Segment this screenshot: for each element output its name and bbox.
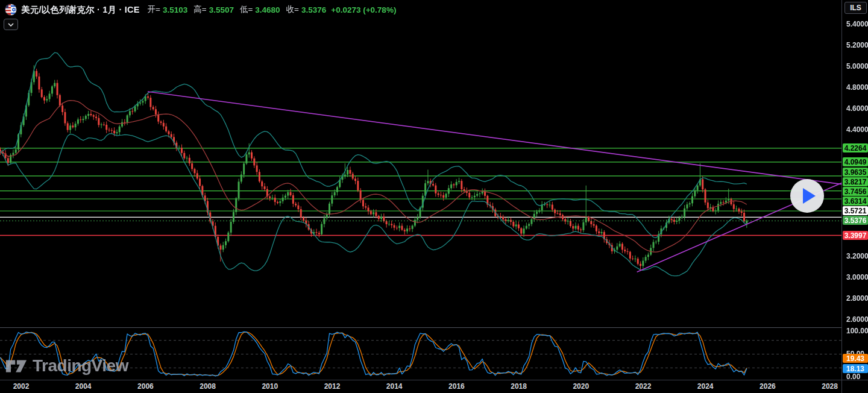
- time-axis-year-label: 2010: [262, 382, 278, 391]
- time-axis-year-label: 2028: [822, 382, 838, 391]
- price-level-label: 3.8217: [843, 177, 868, 186]
- play-icon: [803, 188, 816, 204]
- high-value: 3.5507: [209, 5, 234, 14]
- symbol-header: 美元/以色列谢克尔 · 1月 · ICE 开=3.5103 高=3.5507 低…: [5, 4, 396, 16]
- stochastic-k-label: 18.13: [843, 364, 868, 373]
- tradingview-chart-window: 美元/以色列谢克尔 · 1月 · ICE 开=3.5103 高=3.5507 低…: [0, 0, 868, 393]
- close-label: 收=: [286, 4, 299, 15]
- time-axis-year-label: 2004: [75, 382, 92, 391]
- time-axis-year-label: 2002: [13, 382, 30, 391]
- price-tick-label: 5.2000: [846, 41, 868, 49]
- low-label: 低=: [240, 4, 253, 15]
- high-label: 高=: [193, 4, 206, 15]
- price-level-label: 3.9635: [843, 168, 868, 177]
- price-tick-label: 3.2000: [846, 252, 868, 260]
- symbol-flag-icon: [5, 4, 17, 16]
- open-label: 开=: [148, 4, 160, 15]
- price-level-label: 3.6314: [843, 196, 868, 206]
- oscillator-tick-label: 100.00: [846, 327, 868, 335]
- price-tick-label: 5.4000: [846, 20, 868, 28]
- ohlc-readout: 开=3.5103 高=3.5507 低=3.4680 收=3.5376 +0.0…: [148, 4, 397, 15]
- price-tick-label: 4.8000: [846, 83, 868, 92]
- time-axis-year-label: 2012: [324, 382, 341, 391]
- price-level-label: 3.7456: [843, 187, 868, 196]
- time-axis-year-label: 2008: [200, 382, 216, 391]
- price-tick-label: 2.6000: [846, 315, 868, 324]
- change-value: +0.0273 (+0.78%): [331, 5, 396, 14]
- price-tick-label: 4.4000: [846, 125, 868, 134]
- time-axis-year-label: 2016: [448, 382, 465, 391]
- time-axis-year-label: 2024: [697, 382, 714, 391]
- price-axis[interactable]: 5.40005.20005.00004.80004.60004.40003.20…: [842, 0, 868, 380]
- oscillator-tick-label: 0.00: [846, 373, 860, 381]
- open-value: 3.5103: [163, 5, 187, 14]
- price-chart-canvas[interactable]: [0, 0, 841, 380]
- time-axis[interactable]: 2002200420062008201020122014201620182020…: [0, 380, 841, 393]
- time-axis-year-label: 2014: [386, 382, 403, 391]
- price-level-label: 3.3997: [843, 231, 868, 240]
- close-value: 3.5376: [301, 5, 326, 14]
- price-tick-label: 3.0000: [846, 273, 868, 281]
- time-axis-year-label: 2020: [573, 382, 589, 391]
- price-level-label: 3.5721: [843, 206, 868, 215]
- price-tick-label: 5.0000: [846, 62, 868, 71]
- stochastic-d-label: 19.43: [843, 354, 868, 363]
- symbol-title[interactable]: 美元/以色列谢克尔 · 1月 · ICE: [21, 4, 140, 16]
- time-axis-year-label: 2022: [635, 382, 652, 391]
- pane-separator[interactable]: [0, 327, 868, 328]
- time-axis-year-label: 2026: [760, 382, 776, 391]
- replay-play-button[interactable]: [790, 179, 824, 213]
- last-price-label: 3.5376: [843, 216, 868, 225]
- low-value: 3.4680: [255, 5, 280, 14]
- price-level-label: 4.2264: [843, 143, 868, 152]
- price-tick-label: 2.8000: [846, 294, 868, 303]
- price-tick-label: 4.6000: [846, 104, 868, 113]
- time-axis-year-label: 2018: [511, 382, 527, 391]
- collapse-toolbar-button[interactable]: [4, 19, 18, 30]
- time-axis-year-label: 2006: [137, 382, 154, 391]
- chevron-down-icon: [8, 23, 14, 27]
- currency-unit-button[interactable]: ILS: [844, 2, 867, 14]
- price-level-label: 4.0949: [843, 157, 868, 166]
